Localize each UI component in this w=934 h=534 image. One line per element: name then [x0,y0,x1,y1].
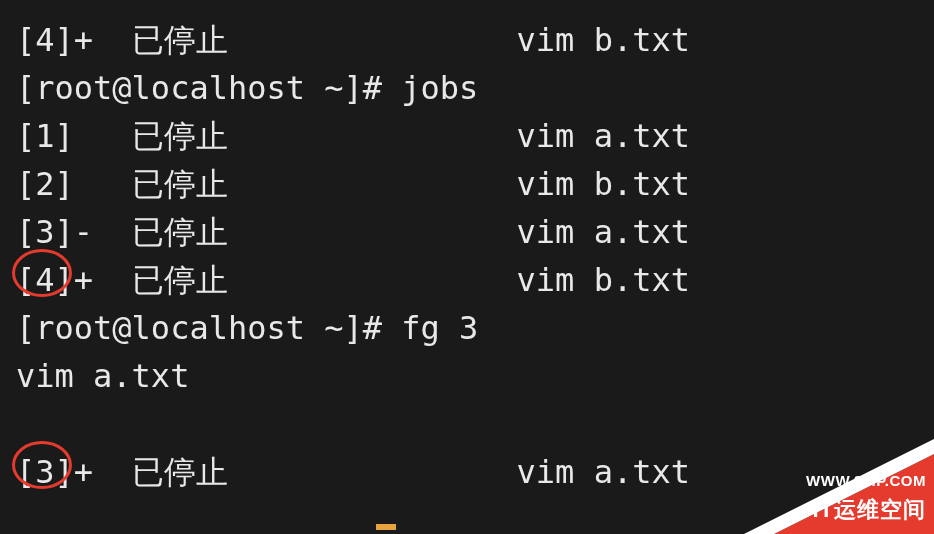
terminal-line: [3]- 已停止 vim a.txt [16,208,918,256]
terminal-output: [4]+ 已停止 vim b.txt[root@localhost ~]# jo… [0,0,934,496]
terminal-line: [4]+ 已停止 vim b.txt [16,16,918,64]
watermark-brand: IT运维空间 [812,493,926,526]
terminal-line: [1] 已停止 vim a.txt [16,112,918,160]
terminal-line: [root@localhost ~]# fg 3 [16,304,918,352]
terminal-line: vim a.txt [16,352,918,400]
terminal-line: [root@localhost ~]# jobs [16,64,918,112]
terminal-line: [2] 已停止 vim b.txt [16,160,918,208]
terminal-cursor [376,524,396,530]
terminal-line: [4]+ 已停止 vim b.txt [16,256,918,304]
terminal-line: [3]+ 已停止 vim a.txt [16,448,918,496]
terminal-line [16,400,918,448]
